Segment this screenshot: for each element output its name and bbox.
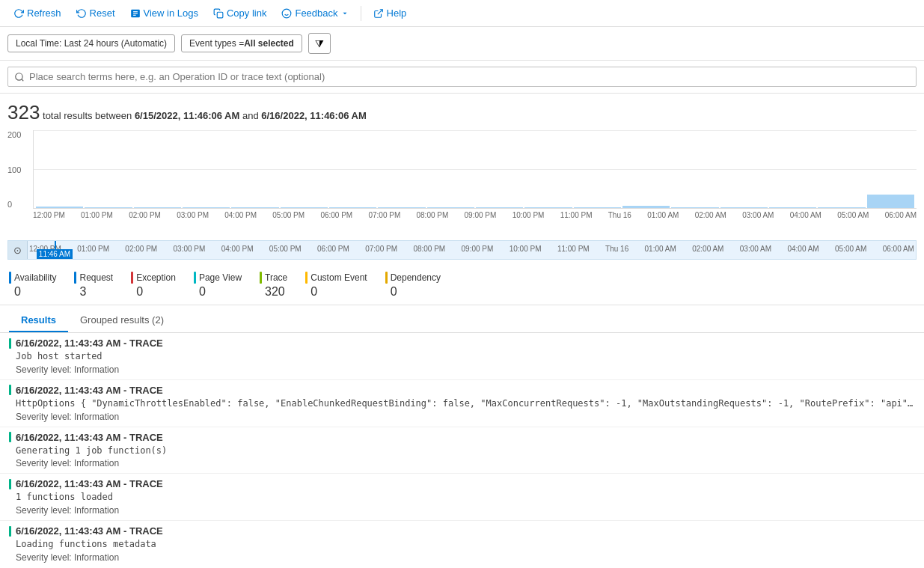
list-item[interactable]: 6/16/2022, 11:43:43 AM - TRACE Generatin… [0, 427, 924, 474]
chart-bar [427, 207, 474, 208]
page-view-count: 0 [194, 285, 242, 299]
chart-bar [183, 207, 230, 208]
chart-bar [281, 207, 328, 208]
chart-bar [622, 206, 670, 208]
svg-line-8 [377, 9, 382, 13]
list-item[interactable]: 6/16/2022, 11:43:43 AM - TRACE Job host … [0, 333, 924, 380]
availability-dot [9, 272, 11, 284]
search-bar [0, 61, 924, 94]
timeline-container: ⊙ 12:00 PM 01:00 PM 02:00 PM 03:00 PM 04… [7, 240, 917, 260]
refresh-icon [13, 8, 24, 19]
dependency-dot [385, 272, 388, 284]
result-severity: Severity level: Information [16, 364, 915, 375]
result-body: Generating 1 job function(s) [16, 445, 914, 457]
divider [0, 305, 924, 305]
event-type-value: All selected [244, 38, 294, 49]
copy-link-button[interactable]: Copy link [207, 4, 272, 22]
chart-bar [818, 207, 865, 208]
toolbar-divider [361, 6, 361, 21]
result-title: 6/16/2022, 11:43:43 AM - TRACE [16, 525, 163, 537]
list-item[interactable]: 6/16/2022, 11:43:43 AM - TRACE 1 functio… [0, 474, 924, 521]
legend-dependency: Dependency 0 [385, 272, 441, 299]
svg-rect-4 [217, 12, 223, 18]
event-legend: Availability 0 Request 3 Exception 0 Pag… [0, 266, 924, 305]
custom-event-count: 0 [305, 285, 367, 299]
reset-button[interactable]: Reset [70, 4, 121, 22]
result-body: 1 functions loaded [16, 491, 914, 504]
result-body: Job host started [16, 350, 914, 363]
page-view-dot [194, 272, 196, 284]
time-filter-pill[interactable]: Local Time: Last 24 hours (Automatic) [7, 34, 175, 52]
chart-area: 200 100 0 12:00 [0, 130, 924, 239]
help-icon [373, 8, 384, 19]
exception-count: 0 [131, 285, 176, 299]
request-dot [74, 272, 76, 284]
chart-bar [524, 207, 572, 208]
result-severity: Severity level: Information [16, 505, 915, 516]
view-in-logs-button[interactable]: View in Logs [124, 4, 204, 22]
result-type-bar [9, 432, 11, 442]
exception-label: Exception [136, 272, 176, 283]
filter-bar: Local Time: Last 24 hours (Automatic) Ev… [0, 27, 924, 61]
request-label: Request [79, 272, 113, 283]
tab-results[interactable]: Results [9, 308, 68, 332]
chart-bar [134, 207, 181, 208]
custom-event-label: Custom Event [310, 272, 367, 283]
availability-count: 0 [9, 285, 56, 299]
legend-page-view: Page View 0 [194, 272, 242, 299]
tabs-bar: Results Grouped results (2) [0, 308, 924, 333]
event-type-filter-pill[interactable]: Event types = All selected [181, 34, 302, 52]
view-logs-icon [130, 8, 141, 19]
list-item[interactable]: 6/16/2022, 11:43:43 AM - TRACE Loading f… [0, 521, 924, 567]
dependency-count: 0 [385, 285, 441, 299]
timeline-nav-btn[interactable]: ⊙ [8, 241, 28, 259]
legend-custom-event: Custom Event 0 [305, 272, 367, 299]
exception-dot [131, 272, 133, 284]
chart-bar [867, 195, 914, 208]
tab-grouped-results[interactable]: Grouped results (2) [68, 308, 176, 332]
toolbar: Refresh Reset View in Logs Copy link Fee… [0, 0, 924, 27]
copy-link-icon [213, 8, 224, 19]
legend-exception: Exception 0 [131, 272, 176, 299]
chart-grid [33, 130, 917, 209]
help-button[interactable]: Help [367, 4, 413, 22]
result-title: 6/16/2022, 11:43:43 AM - TRACE [16, 478, 163, 489]
chart-bar [476, 207, 523, 208]
page-view-label: Page View [199, 272, 242, 283]
legend-availability: Availability 0 [9, 272, 56, 299]
result-severity: Severity level: Information [16, 458, 915, 468]
result-type-bar [9, 338, 11, 349]
result-severity: Severity level: Information [16, 412, 915, 422]
list-item[interactable]: 6/16/2022, 11:43:43 AM - TRACE HttpOptio… [0, 380, 924, 427]
dependency-label: Dependency [391, 272, 441, 283]
feedback-button[interactable]: Feedback [275, 4, 354, 22]
time-filter-label: Local Time: Last 24 hours (Automatic) [16, 38, 167, 49]
refresh-button[interactable]: Refresh [7, 4, 67, 22]
filter-icon-button[interactable]: ⧩ [308, 33, 331, 54]
results-summary: 323 total results between 6/15/2022, 11:… [0, 94, 924, 127]
trace-dot [260, 272, 262, 284]
funnel-icon: ⧩ [315, 37, 324, 50]
event-type-prefix: Event types = [189, 38, 244, 49]
chart-bar [720, 207, 768, 208]
results-label: total results between 6/15/2022, 11:46:0… [43, 110, 367, 121]
results-count: 323 [7, 101, 40, 123]
timeline-labels: 12:00 PM 01:00 PM 02:00 PM 03:00 PM 04:0… [28, 241, 916, 253]
feedback-icon [281, 8, 292, 19]
reset-icon [76, 8, 87, 19]
trace-label: Trace [265, 272, 287, 283]
timeline-cursor-label: 11:46 AM [37, 249, 73, 259]
search-input[interactable] [7, 67, 917, 87]
chart-bars-container [34, 130, 917, 208]
availability-label: Availability [14, 272, 56, 283]
refresh-label: Refresh [27, 7, 61, 19]
chart-y-labels: 200 100 0 [7, 130, 31, 209]
legend-trace: Trace 320 [260, 272, 287, 299]
result-type-bar [9, 385, 11, 395]
result-title: 6/16/2022, 11:43:43 AM - TRACE [16, 385, 163, 396]
copy-link-label: Copy link [227, 7, 266, 19]
legend-request: Request 3 [74, 272, 113, 299]
chart-bar [378, 207, 425, 208]
chart-bar [769, 207, 816, 208]
result-body: HttpOptions { "DynamicThrottlesEnabled":… [16, 397, 914, 410]
